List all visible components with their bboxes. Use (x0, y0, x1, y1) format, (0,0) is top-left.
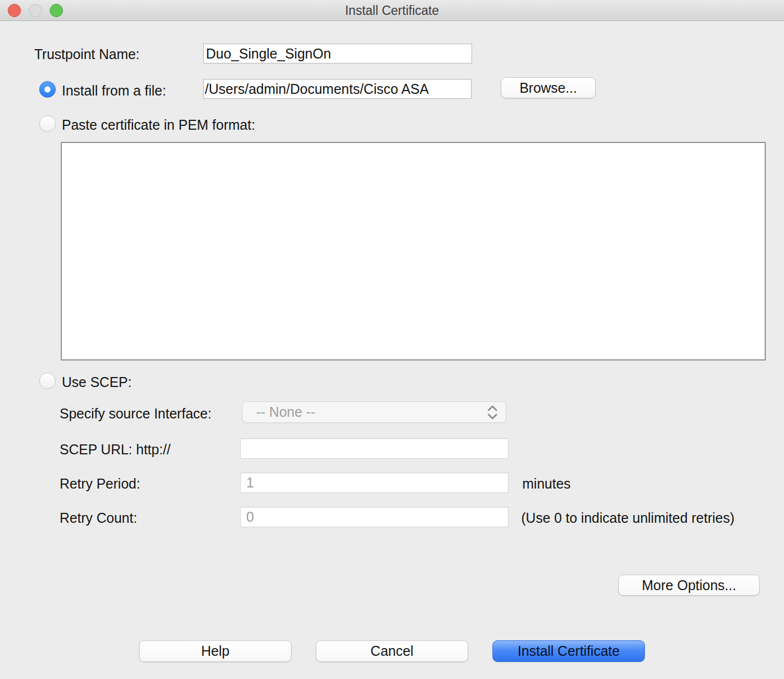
titlebar: Install Certificate (0, 0, 784, 21)
cancel-button[interactable]: Cancel (316, 640, 468, 662)
source-interface-selected-value: -- None -- (256, 402, 315, 422)
pem-certificate-textarea[interactable] (61, 142, 766, 360)
install-certificate-dialog: Install Certificate Trustpoint Name: Ins… (0, 0, 784, 679)
source-interface-label: Specify source Interface: (60, 406, 211, 422)
browse-button[interactable]: Browse... (501, 77, 596, 98)
retry-period-label: Retry Period: (60, 476, 140, 492)
use-scep-radio[interactable] (39, 373, 56, 389)
retry-period-unit-label: minutes (522, 476, 571, 492)
install-file-path-input[interactable] (203, 79, 472, 99)
retry-count-input[interactable] (240, 507, 508, 527)
help-button[interactable]: Help (139, 640, 292, 662)
install-from-file-label: Install from a file: (62, 83, 166, 99)
scep-url-input[interactable] (240, 438, 508, 459)
source-interface-select[interactable]: -- None -- (242, 401, 506, 423)
trustpoint-name-label: Trustpoint Name: (34, 46, 140, 62)
scep-url-label: SCEP URL: http:// (60, 442, 171, 458)
paste-pem-radio[interactable] (39, 115, 56, 132)
use-scep-label: Use SCEP: (62, 374, 131, 390)
stepper-chevrons-icon (486, 405, 499, 420)
install-certificate-button[interactable]: Install Certificate (492, 640, 645, 662)
window-title: Install Certificate (0, 0, 784, 21)
retry-count-label: Retry Count: (60, 510, 137, 526)
trustpoint-name-input[interactable] (203, 44, 472, 63)
paste-pem-label: Paste certificate in PEM format: (62, 117, 255, 133)
more-options-button[interactable]: More Options... (618, 575, 760, 596)
retry-period-input[interactable] (240, 473, 508, 493)
install-from-file-radio[interactable] (39, 81, 56, 98)
retry-count-hint-label: (Use 0 to indicate unlimited retries) (521, 510, 734, 526)
